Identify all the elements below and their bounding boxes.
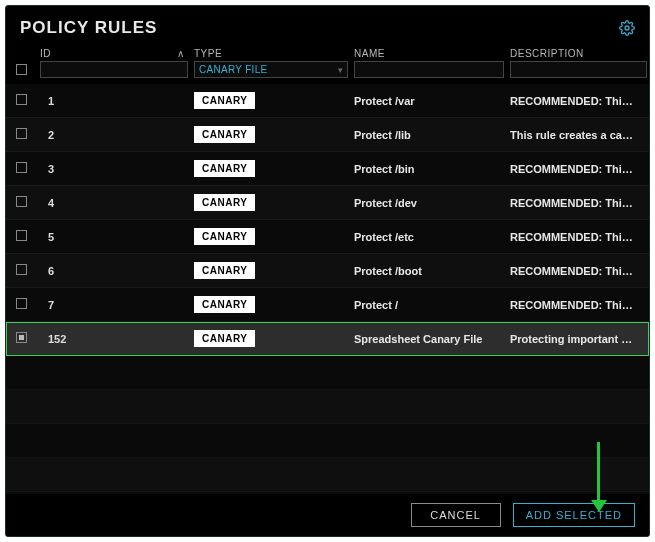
empty-row: [6, 356, 649, 390]
row-id: 4: [40, 197, 188, 209]
canary-badge: CANARY: [194, 262, 255, 279]
row-name: Protect /boot: [354, 265, 504, 277]
row-checkbox[interactable]: [16, 264, 27, 275]
row-description: This rule creates a canary fil…: [510, 129, 635, 141]
id-filter-cell: ID ∧: [40, 48, 188, 78]
type-filter-select[interactable]: CANARY FILE ▾: [194, 61, 348, 78]
row-id: 3: [40, 163, 188, 175]
table-row[interactable]: 6CANARYProtect /bootRECOMMENDED: This ru…: [6, 254, 649, 288]
table-row[interactable]: 5CANARYProtect /etcRECOMMENDED: This rul…: [6, 220, 649, 254]
cancel-button[interactable]: CANCEL: [411, 503, 501, 527]
empty-row: [6, 458, 649, 492]
panel-header: POLICY RULES: [6, 6, 649, 44]
canary-badge: CANARY: [194, 330, 255, 347]
row-description: RECOMMENDED: This rule cr…: [510, 197, 635, 209]
row-checkbox[interactable]: [16, 162, 27, 173]
row-checkbox[interactable]: [16, 94, 27, 105]
row-name: Protect /: [354, 299, 504, 311]
empty-row: [6, 424, 649, 458]
canary-badge: CANARY: [194, 92, 255, 109]
row-checkbox[interactable]: [16, 298, 27, 309]
sort-asc-icon[interactable]: ∧: [177, 48, 185, 59]
select-all-checkbox[interactable]: [16, 64, 27, 75]
empty-row: [6, 390, 649, 424]
id-column-label: ID: [40, 48, 51, 59]
type-filter-cell: TYPE CANARY FILE ▾: [194, 48, 348, 78]
name-column-label: NAME: [354, 48, 504, 59]
row-type: CANARY: [194, 330, 348, 347]
table-row[interactable]: 2CANARYProtect /libThis rule creates a c…: [6, 118, 649, 152]
row-type: CANARY: [194, 296, 348, 313]
desc-column-label: DESCRIPTION: [510, 48, 647, 59]
gear-icon[interactable]: [619, 20, 635, 36]
add-selected-button[interactable]: ADD SELECTED: [513, 503, 635, 527]
row-name: Protect /dev: [354, 197, 504, 209]
row-checkbox[interactable]: [16, 230, 27, 241]
svg-point-0: [625, 26, 629, 30]
row-checkbox[interactable]: [16, 128, 27, 139]
canary-badge: CANARY: [194, 126, 255, 143]
name-filter-cell: NAME: [354, 48, 504, 78]
row-checkbox[interactable]: [16, 332, 27, 343]
type-column-label: TYPE: [194, 48, 348, 59]
row-name: Protect /var: [354, 95, 504, 107]
desc-filter-input[interactable]: [510, 61, 647, 78]
row-type: CANARY: [194, 194, 348, 211]
policy-rules-panel: POLICY RULES ID ∧ TYPE CANARY FILE ▾: [5, 5, 650, 537]
row-id: 152: [40, 333, 188, 345]
page-title: POLICY RULES: [20, 18, 157, 38]
row-description: Protecting important sprea…: [510, 333, 635, 345]
row-id: 5: [40, 231, 188, 243]
row-type: CANARY: [194, 160, 348, 177]
row-description: RECOMMENDED: This rule cr…: [510, 265, 635, 277]
desc-filter-cell: DESCRIPTION: [510, 48, 647, 78]
row-type: CANARY: [194, 262, 348, 279]
table-row[interactable]: 3CANARYProtect /binRECOMMENDED: This rul…: [6, 152, 649, 186]
row-name: Protect /bin: [354, 163, 504, 175]
canary-badge: CANARY: [194, 160, 255, 177]
type-filter-value: CANARY FILE: [199, 64, 268, 75]
footer-actions: CANCEL ADD SELECTED: [6, 494, 649, 536]
row-id: 6: [40, 265, 188, 277]
row-type: CANARY: [194, 126, 348, 143]
row-description: RECOMMENDED: This rule cr…: [510, 95, 635, 107]
row-description: RECOMMENDED: This rule cr…: [510, 299, 635, 311]
id-filter-input[interactable]: [40, 61, 188, 78]
table-row[interactable]: 1CANARYProtect /varRECOMMENDED: This rul…: [6, 84, 649, 118]
row-name: Spreadsheet Canary File: [354, 333, 504, 345]
row-type: CANARY: [194, 228, 348, 245]
canary-badge: CANARY: [194, 228, 255, 245]
row-type: CANARY: [194, 92, 348, 109]
row-name: Protect /lib: [354, 129, 504, 141]
rules-table-body: 1CANARYProtect /varRECOMMENDED: This rul…: [6, 84, 649, 356]
row-id: 1: [40, 95, 188, 107]
chevron-down-icon: ▾: [338, 65, 343, 75]
canary-badge: CANARY: [194, 194, 255, 211]
select-all-cell: [16, 52, 34, 78]
name-filter-input[interactable]: [354, 61, 504, 78]
table-row[interactable]: 4CANARYProtect /devRECOMMENDED: This rul…: [6, 186, 649, 220]
row-id: 7: [40, 299, 188, 311]
table-row[interactable]: 152CANARYSpreadsheet Canary FileProtecti…: [6, 322, 649, 356]
column-filters: ID ∧ TYPE CANARY FILE ▾ NAME DESCRIPTION: [6, 44, 649, 84]
row-description: RECOMMENDED: This rule cr…: [510, 231, 635, 243]
row-name: Protect /etc: [354, 231, 504, 243]
table-row[interactable]: 7CANARYProtect /RECOMMENDED: This rule c…: [6, 288, 649, 322]
canary-badge: CANARY: [194, 296, 255, 313]
row-id: 2: [40, 129, 188, 141]
row-description: RECOMMENDED: This rule cr…: [510, 163, 635, 175]
row-checkbox[interactable]: [16, 196, 27, 207]
